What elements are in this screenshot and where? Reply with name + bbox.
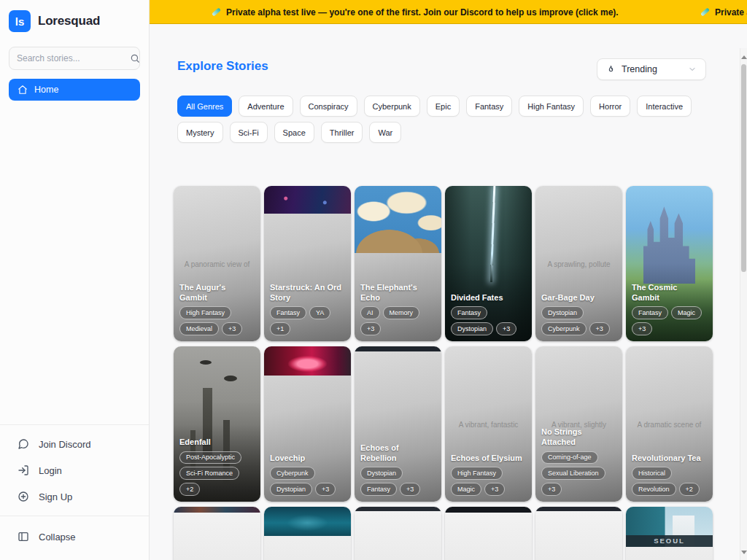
genre-tag[interactable]: Dystopian — [270, 483, 312, 496]
genre-tag[interactable]: Medieval — [179, 322, 219, 335]
genre-tag[interactable]: +3 — [589, 322, 610, 335]
genre-tag[interactable]: +3 — [484, 483, 505, 496]
genre-tag[interactable]: +1 — [270, 322, 290, 335]
sidebar-item-login[interactable]: Login — [0, 457, 149, 483]
genre-chip[interactable]: Fantasy — [466, 96, 512, 117]
genre-tag[interactable]: Fantasy — [270, 306, 306, 319]
sidebar-item-join-discord[interactable]: Join Discord — [0, 431, 149, 457]
genre-tag[interactable]: Dystopian — [360, 467, 403, 480]
genre-tag[interactable]: YA — [309, 306, 330, 319]
vertical-scrollbar[interactable] — [740, 48, 747, 560]
story-title: Echoes of Rebellion — [360, 443, 436, 464]
genre-tag[interactable]: High Fantasy — [451, 467, 503, 480]
story-card[interactable]: SEOUL — [626, 507, 713, 560]
scroll-up-arrow-icon[interactable] — [741, 55, 747, 59]
banner-text-repeat: Private alpha test live — you're one of … — [715, 7, 747, 18]
card-overlay: EdenfallPost-ApocalypticSci-Fi Romance+2 — [174, 432, 260, 502]
genre-tag[interactable]: Cyberpunk — [270, 467, 315, 480]
search-input[interactable] — [17, 53, 130, 63]
genre-tag[interactable]: Historical — [632, 467, 672, 480]
story-title: Gar-Bage Day — [541, 293, 616, 303]
genre-chip[interactable]: Mystery — [177, 122, 223, 143]
genre-tag[interactable]: +3 — [360, 322, 381, 335]
genre-chip[interactable]: Space — [274, 122, 314, 143]
genre-tag[interactable]: +2 — [679, 483, 700, 496]
genre-chip[interactable]: Interactive — [637, 96, 692, 117]
story-title: Lovechip — [270, 454, 345, 464]
search-box[interactable] — [9, 47, 140, 70]
tag-list: High FantasyMagic+3 — [451, 467, 526, 496]
chevron-down-icon — [688, 65, 697, 74]
story-card[interactable]: A vibrant, slightlyNo Strings AttachedCo… — [535, 346, 622, 502]
story-card[interactable]: A dramatic scene ofRevolutionary TeaHist… — [626, 346, 713, 502]
story-card[interactable]: EdenfallPost-ApocalypticSci-Fi Romance+2 — [174, 346, 260, 502]
genre-chip[interactable]: Epic — [427, 96, 460, 117]
genre-tag[interactable]: Fantasy — [360, 483, 397, 496]
story-card[interactable]: LovechipCyberpunkDystopian+3 — [264, 346, 351, 502]
story-card[interactable] — [445, 507, 532, 560]
genre-tag[interactable]: Coming-of-age — [541, 451, 598, 464]
genre-chip[interactable]: War — [369, 122, 401, 143]
genre-tag[interactable]: Memory — [383, 306, 420, 319]
sidebar: ls Loresquad Home Join Discord Login Sig… — [0, 0, 150, 560]
search-icon — [130, 53, 140, 63]
genre-chip[interactable]: High Fantasy — [519, 96, 584, 117]
story-title: Edenfall — [179, 438, 255, 448]
story-title: The Cosmic Gambit — [632, 283, 707, 303]
home-icon — [18, 85, 28, 95]
story-card[interactable]: A sprawling, polluteGar-Bage DayDystopia… — [535, 186, 622, 341]
story-card[interactable]: Echoes of RebellionDystopianFantasy+3 — [355, 346, 441, 502]
story-card[interactable]: Starstruck: An Ord StoryFantasyYA+1 — [264, 186, 351, 341]
genre-chip[interactable]: Sci-Fi — [230, 122, 268, 143]
genre-chip[interactable]: Thriller — [321, 122, 363, 143]
genre-tag[interactable]: Dystopian — [451, 322, 493, 335]
story-card[interactable] — [355, 507, 441, 560]
genre-filter: All GenresAdventureConspiracyCyberpunkEp… — [177, 96, 710, 143]
scroll-down-arrow-icon[interactable] — [741, 551, 747, 554]
story-card[interactable]: A panoramic view ofThe Augur's GambitHig… — [174, 186, 260, 341]
genre-tag[interactable]: High Fantasy — [179, 306, 231, 319]
genre-tag[interactable]: Fantasy — [451, 306, 487, 319]
genre-tag[interactable]: Cyberpunk — [541, 322, 587, 335]
sidebar-collapse-button[interactable]: Collapse — [0, 524, 149, 550]
sort-dropdown[interactable]: Trending — [597, 58, 706, 80]
genre-chip[interactable]: Cyberpunk — [364, 96, 420, 117]
genre-tag[interactable]: +3 — [632, 322, 652, 335]
genre-chip[interactable]: Horror — [590, 96, 630, 117]
sidebar-footer: Join Discord Login Sign Up — [0, 424, 149, 516]
story-card[interactable]: A vibrant, fantasticEchoes of ElysiumHig… — [445, 346, 532, 502]
genre-tag[interactable]: Sexual Liberation — [541, 467, 605, 480]
genre-tag[interactable]: Post-Apocalyptic — [179, 451, 241, 464]
scrollbar-thumb[interactable] — [741, 64, 746, 272]
sign-up-label: Sign Up — [39, 491, 72, 502]
genre-tag[interactable]: Dystopian — [541, 306, 584, 319]
loresquad-logo-icon: ls — [9, 10, 31, 32]
genre-tag[interactable]: Magic — [451, 483, 481, 496]
story-card[interactable]: The Elephant's EchoAIMemory+3 — [355, 186, 441, 341]
tag-list: AIMemory+3 — [360, 306, 436, 335]
genre-chip[interactable]: Conspiracy — [300, 96, 357, 117]
story-card[interactable] — [264, 507, 351, 560]
alpha-announcement-banner[interactable]: Private alpha test live — you're one of … — [150, 0, 747, 24]
sidebar-item-sign-up[interactable]: Sign Up — [0, 483, 149, 510]
genre-tag[interactable]: +3 — [315, 483, 336, 496]
story-card[interactable] — [535, 507, 622, 560]
genre-tag[interactable]: +3 — [400, 483, 420, 496]
banner-message: Private alpha test live — you're one of … — [212, 0, 619, 24]
genre-tag[interactable]: +2 — [179, 483, 200, 496]
genre-tag[interactable]: +3 — [222, 322, 242, 335]
genre-tag[interactable]: +3 — [496, 322, 516, 335]
genre-chip[interactable]: Adventure — [239, 96, 293, 117]
genre-tag[interactable]: Magic — [671, 306, 702, 319]
story-card[interactable]: Divided FatesFantasyDystopian+3 — [445, 186, 532, 341]
genre-chip[interactable]: All Genres — [177, 96, 232, 117]
sidebar-item-home[interactable]: Home — [9, 79, 140, 101]
genre-tag[interactable]: Fantasy — [632, 306, 668, 319]
story-card[interactable] — [174, 507, 260, 560]
story-card[interactable]: The Cosmic GambitFantasyMagic+3 — [626, 186, 713, 341]
genre-tag[interactable]: Revolution — [632, 483, 676, 496]
genre-tag[interactable]: Sci-Fi Romance — [179, 467, 239, 480]
genre-tag[interactable]: +3 — [541, 483, 562, 496]
main-content: Explore Stories Trending All GenresAdven… — [150, 24, 747, 560]
genre-tag[interactable]: AI — [360, 306, 380, 319]
